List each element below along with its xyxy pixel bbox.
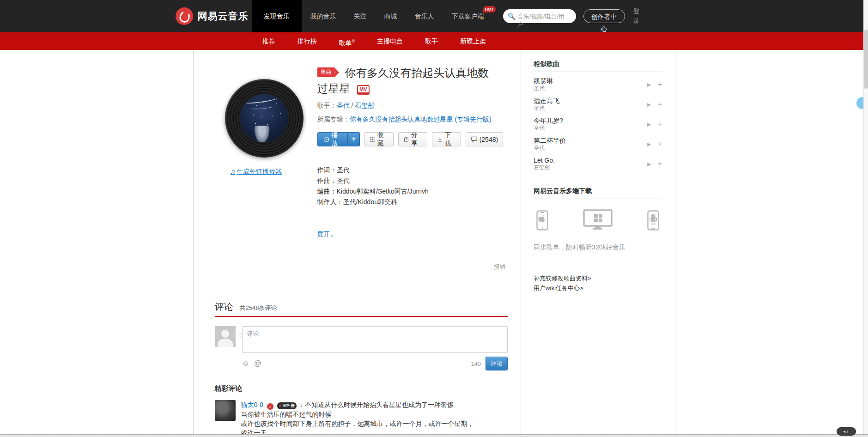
similar-song-artist[interactable]: 圣代 — [534, 125, 643, 132]
report-error-row: 报错 — [317, 263, 508, 271]
expand-link[interactable]: 展开⌄ — [317, 231, 508, 239]
similar-song-row: 第二杯半价 圣代 ▶ + — [534, 137, 662, 152]
album-art-image — [240, 94, 288, 142]
iphone-icon[interactable] — [536, 210, 548, 231]
nav-tab-download-label: 下载客户端 — [452, 12, 484, 20]
artist-link-2[interactable]: 石玺彤 — [355, 102, 374, 109]
creator-center-label: 创作者中心 — [590, 11, 618, 35]
registered-mark: ® — [352, 39, 355, 43]
similar-add-icon[interactable]: + — [658, 101, 662, 108]
collapsed-player-bar[interactable] — [0, 434, 868, 437]
subnav-artist[interactable]: 歌手 — [425, 32, 438, 52]
feedback-tab[interactable] — [856, 97, 863, 109]
album-label: 所属专辑： — [317, 115, 350, 123]
android-phone-icon[interactable] — [647, 210, 659, 231]
char-counter: 140 — [471, 360, 481, 367]
subnav-radio[interactable]: 主播电台 — [377, 32, 403, 52]
search-input[interactable]: 🔍 音乐/视频/电台/用户 — [503, 9, 576, 23]
similar-play-icon[interactable]: ▶ — [647, 161, 651, 167]
login-link[interactable]: 登录 — [633, 6, 641, 32]
commenter-avatar[interactable] — [215, 400, 236, 421]
similar-play-icon[interactable]: ▶ — [647, 82, 651, 88]
mention-at-icon[interactable]: @ — [254, 359, 261, 368]
windows-pc-icon[interactable] — [583, 209, 613, 231]
subnav-recommend[interactable]: 推荐 — [262, 32, 275, 52]
similar-song-artist[interactable]: 石玺彤 — [534, 164, 643, 171]
edit-song-info-link[interactable]: 补充或修改歌曲资料> — [534, 273, 662, 283]
comments-total: 共2548条评论 — [240, 304, 277, 312]
report-error-link[interactable]: 报错 — [494, 263, 506, 270]
comment-submit-button[interactable]: 评论 — [486, 357, 508, 370]
favorite-button[interactable]: 收藏 — [364, 132, 394, 146]
play-label: 播放 — [331, 131, 342, 148]
similar-add-icon[interactable]: + — [658, 121, 662, 128]
play-button[interactable]: 播放 — [317, 132, 348, 146]
external-player-link[interactable]: ♫生成外链播放器 — [231, 168, 317, 176]
similar-play-icon[interactable]: ▶ — [647, 121, 651, 127]
favorite-label: 收藏 — [377, 131, 388, 148]
share-button[interactable]: 分享 — [398, 132, 427, 146]
wiki-task-center-link[interactable]: 用户wiki任务中心> — [534, 283, 662, 293]
credit-producer: 制作人：圣代/Kiddou郭奕科 — [317, 197, 508, 207]
sidebar: 相似歌曲 凯瑟琳 圣代 ▶ + 远走高飞 圣代 ▶ + 今年几岁? 圣代 ▶ + — [521, 50, 674, 437]
subnav-playlist-label: 歌单 — [339, 39, 352, 47]
page-scrollbar[interactable] — [863, 0, 868, 437]
nav-tab-follow[interactable]: 关注 — [345, 0, 376, 32]
comment-count-button[interactable]: (2548) — [466, 132, 503, 146]
mv-badge[interactable]: MV — [357, 85, 370, 95]
artist-line: 歌手：圣代 / 石玺彤 — [317, 101, 502, 110]
emoji-icon[interactable]: ☺ — [242, 359, 249, 368]
comment-input[interactable]: 评论 — [242, 326, 508, 353]
nav-tab-discover[interactable]: 发现音乐 — [252, 0, 302, 32]
nav-tab-download-client[interactable]: 下载客户端 HOT — [443, 0, 493, 32]
similar-play-icon[interactable]: ▶ — [647, 141, 651, 147]
comment-line-1: 不知道从什么时候开始抬头看星星也成为了一种奢侈 — [305, 401, 454, 408]
vip-badge: ● VIP·叁 — [277, 402, 297, 409]
album-link[interactable]: 你有多久没有抬起头认真地数过星星 (专辑先行版) — [350, 115, 492, 123]
subnav-rank[interactable]: 排行榜 — [297, 32, 317, 52]
netease-logo-icon — [176, 7, 193, 25]
nav-tab-my-music[interactable]: 我的音乐 — [302, 0, 345, 32]
similar-song-title[interactable]: 远走高飞 — [534, 97, 643, 105]
similar-song-title[interactable]: 今年几岁? — [534, 117, 643, 125]
brand-logo-link[interactable]: 网易云音乐 — [176, 0, 252, 32]
comment-line-2: 当你被生活压的喘不过气的时候 — [241, 410, 493, 419]
similar-song-artist[interactable]: 圣代 — [534, 85, 643, 92]
play-circle-icon — [323, 136, 329, 143]
comment-bubble-icon — [471, 136, 478, 143]
similar-song-row: 远走高飞 圣代 ▶ + — [534, 97, 662, 112]
similar-play-icon[interactable]: ▶ — [647, 102, 651, 108]
artist-link-1[interactable]: 圣代 — [337, 102, 350, 109]
subnav-playlist[interactable]: 歌单® — [339, 32, 355, 52]
similar-song-artist[interactable]: 圣代 — [534, 105, 643, 112]
comment-form: 评论 ☺ @ 140 评论 — [215, 326, 508, 370]
scrollbar-thumb[interactable] — [864, 30, 868, 89]
download-button[interactable]: 下载 — [432, 132, 461, 146]
similar-song-title[interactable]: 凯瑟琳 — [534, 77, 643, 85]
commenter-username[interactable]: 猫太0-0 — [241, 401, 263, 408]
song-detail-column: ♫生成外链播放器 单曲 你有多久没有抬起头认真地数过星星 MV 歌手：圣代 / … — [194, 50, 521, 437]
credits-block: 作词：圣代 作曲：圣代 编曲：Kiddou郭奕科/Setko阿古/Jurrivh… — [317, 165, 508, 207]
chevron-down-icon: ⌄ — [330, 232, 334, 237]
folder-add-icon — [370, 136, 376, 143]
comments-title: 评论 — [215, 301, 233, 313]
nav-tab-store[interactable]: 商城 — [376, 0, 406, 32]
similar-song-title[interactable]: Let Go. — [534, 157, 643, 164]
song-title: 你有多久没有抬起头认真地数过星星 — [317, 67, 489, 95]
similar-song-artist[interactable]: 圣代 — [534, 145, 643, 152]
similar-add-icon[interactable]: + — [658, 140, 662, 148]
search-placeholder: 音乐/视频/电台/用户 — [517, 12, 569, 28]
player-expand-button[interactable]: ◂♪ — [837, 427, 856, 436]
artist-separator: / — [350, 102, 355, 109]
expand-label: 展开 — [317, 231, 330, 238]
subnav-new-album[interactable]: 新碟上架 — [460, 32, 486, 52]
comment-line-3: 或许也该找个时间卸下身上所有的担子，远离城市，或许一个月，或许一个星期， — [241, 419, 493, 428]
album-line: 所属专辑：你有多久没有抬起头认真地数过星星 (专辑先行版) — [317, 115, 502, 124]
creator-center-button[interactable]: 创作者中心 — [583, 9, 625, 23]
album-art — [225, 79, 303, 158]
similar-add-icon[interactable]: + — [658, 81, 662, 88]
add-to-playlist-button[interactable]: + — [348, 132, 360, 146]
similar-song-title[interactable]: 第二杯半价 — [534, 137, 643, 145]
nav-tab-musician[interactable]: 音乐人 — [406, 0, 443, 32]
similar-add-icon[interactable]: + — [658, 160, 662, 168]
